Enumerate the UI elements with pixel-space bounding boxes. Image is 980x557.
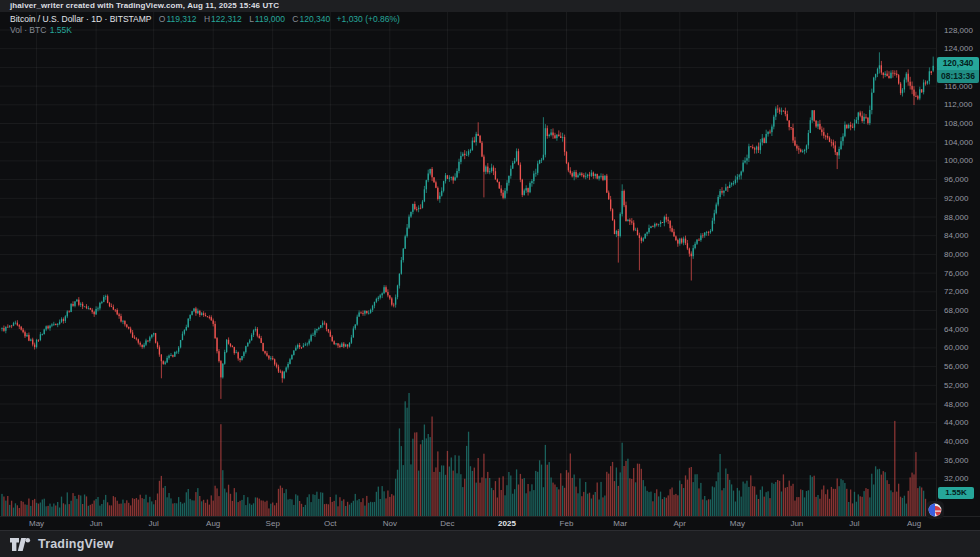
price-axis-tick: 128,000 xyxy=(944,26,973,35)
price-axis-tick: 60,000 xyxy=(944,343,968,352)
symbol-legend: Bitcoin / U.S. Dollar · 1D · BITSTAMP O1… xyxy=(10,14,400,36)
price-axis-tick: 104,000 xyxy=(944,138,973,147)
volume-axis-label: 1.55K xyxy=(938,487,974,499)
time-axis-tick: Jul xyxy=(849,519,859,529)
time-axis-tick: Aug xyxy=(206,519,220,529)
price-axis-tick: 92,000 xyxy=(944,194,968,203)
price-axis-tick: 96,000 xyxy=(944,175,968,184)
time-axis[interactable]: MayJunJulAugSepOctNovDec2025FebMarAprMay… xyxy=(0,516,980,531)
price-axis-tick: 76,000 xyxy=(944,269,968,278)
snapshot-watermark: jhalver_writer created with TradingView.… xyxy=(0,0,980,12)
price-axis-tick: 44,000 xyxy=(944,418,968,427)
close-label: C xyxy=(292,14,298,24)
time-axis-tick: Oct xyxy=(324,519,336,529)
last-price-label: 120,340 08:13:36 xyxy=(937,57,979,83)
open-value: 119,312 xyxy=(166,14,196,24)
price-axis-tick: 124,000 xyxy=(944,44,973,53)
us-flag-icon xyxy=(926,501,944,519)
bar-countdown: 08:13:36 xyxy=(937,70,979,83)
tradingview-brand[interactable]: TradingView xyxy=(38,537,114,551)
tradingview-logo-icon[interactable] xyxy=(10,538,31,551)
price-axis-tick: 48,000 xyxy=(944,400,968,409)
time-axis-tick: May xyxy=(29,519,44,529)
time-axis-tick: Apr xyxy=(674,519,686,529)
tradingview-snapshot: jhalver_writer created with TradingView.… xyxy=(0,0,980,557)
time-axis-tick: Sep xyxy=(266,519,280,529)
footer-bar: TradingView xyxy=(0,530,980,557)
time-axis-tick: Feb xyxy=(560,519,574,529)
price-axis-tick: 72,000 xyxy=(944,287,968,296)
price-axis-tick: 36,000 xyxy=(944,456,968,465)
time-axis-tick: Jun xyxy=(90,519,103,529)
price-axis-tick: 56,000 xyxy=(944,362,968,371)
price-axis-tick: 52,000 xyxy=(944,381,968,390)
time-axis-tick: Nov xyxy=(383,519,397,529)
price-axis-tick: 88,000 xyxy=(944,213,968,222)
close-value: 120,340 xyxy=(299,14,330,24)
open-label: O xyxy=(159,14,166,24)
price-axis-tick: 108,000 xyxy=(944,119,973,128)
high-value: 122,312 xyxy=(211,14,242,24)
time-axis-tick: 2025 xyxy=(498,519,516,529)
volume-indicator-value: 1.55K xyxy=(50,25,72,35)
price-axis-tick: 84,000 xyxy=(944,231,968,240)
price-axis-tick: 32,000 xyxy=(944,474,968,483)
price-axis-tick: 112,000 xyxy=(944,100,972,109)
time-axis-tick: Mar xyxy=(613,519,627,529)
last-price-value: 120,340 xyxy=(937,57,979,70)
symbol-title[interactable]: Bitcoin / U.S. Dollar · 1D · BITSTAMP xyxy=(10,14,151,24)
time-axis-tick: May xyxy=(730,519,745,529)
time-axis-tick: Dec xyxy=(440,519,454,529)
high-label: H xyxy=(204,14,210,24)
time-axis-tick: Jun xyxy=(790,519,803,529)
candlestick-chart-canvas[interactable] xyxy=(0,0,936,516)
time-axis-tick: Jul xyxy=(149,519,159,529)
price-axis-tick: 64,000 xyxy=(944,325,968,334)
low-label: L xyxy=(249,14,254,24)
time-axis-tick: Aug xyxy=(907,519,921,529)
price-axis-tick: 40,000 xyxy=(944,437,968,446)
low-value: 119,000 xyxy=(255,14,285,24)
price-axis-tick: 80,000 xyxy=(944,250,968,259)
volume-indicator-label[interactable]: Vol · BTC xyxy=(10,25,46,35)
change-value: +1,030 (+0.86%) xyxy=(337,14,400,24)
price-axis-tick: 68,000 xyxy=(944,306,968,315)
price-axis-tick: 100,000 xyxy=(944,156,973,165)
